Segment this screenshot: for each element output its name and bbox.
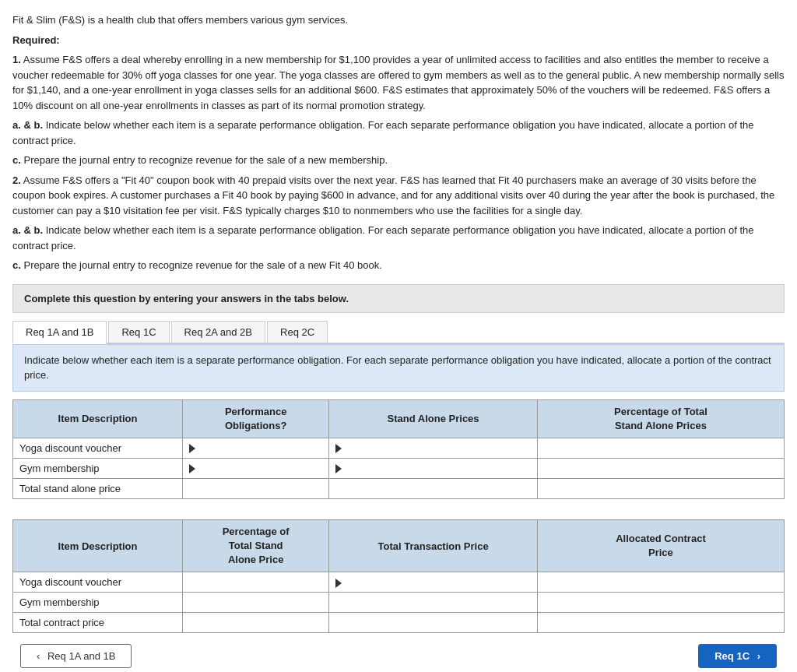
item2-text: Assume F&S offers a "Fit 40" coupon book… [12, 174, 774, 216]
table1-header-perf: PerformanceObligations? [183, 399, 329, 438]
table2: Item Description Percentage ofTotal Stan… [12, 519, 785, 634]
next-button[interactable]: Req 1C › [698, 644, 777, 668]
table1-row-gym: Gym membership [13, 458, 785, 478]
table1-header-pct: Percentage of TotalStand Alone Prices [537, 399, 784, 438]
table2-header-acp: Allocated ContractPrice [537, 519, 784, 572]
table2-acp-yoga[interactable] [537, 572, 784, 593]
table1-desc-yoga: Yoga discount voucher [13, 438, 183, 458]
table1-pct-yoga[interactable] [537, 438, 784, 458]
table2-row-yoga: Yoga discount voucher [13, 572, 785, 593]
tab-req-1a-1b[interactable]: Req 1A and 1B [12, 321, 107, 344]
c2-paragraph: c. Prepare the journal entry to recogniz… [12, 258, 785, 273]
table2-row-gym: Gym membership [13, 593, 785, 613]
c-text: Prepare the journal entry to recognize r… [23, 154, 388, 166]
table2-ttp-gym[interactable] [329, 593, 538, 613]
item1-paragraph: 1. Assume F&S offers a deal whereby enro… [12, 52, 785, 113]
complete-box: Complete this question by entering your … [12, 284, 785, 313]
required-label: Required: [12, 34, 60, 46]
table1-desc-total: Total stand alone price [13, 478, 183, 498]
c-paragraph: c. Prepare the journal entry to recogniz… [12, 153, 785, 168]
ab-paragraph: a. & b. Indicate below whether each item… [12, 118, 785, 148]
tab-bar: Req 1A and 1B Req 1C Req 2A and 2B Req 2… [12, 321, 785, 344]
triangle-icon [189, 444, 195, 453]
triangle-icon [335, 579, 342, 588]
table2-row-total: Total contract price [13, 613, 785, 633]
instruction-text: Indicate below whether each item is a se… [24, 354, 771, 382]
table2-section: Item Description Percentage ofTotal Stan… [12, 519, 785, 634]
table1-header-desc: Item Description [13, 399, 183, 438]
tab-req-1c[interactable]: Req 1C [108, 321, 169, 343]
complete-box-text: Complete this question by entering your … [24, 293, 349, 304]
table2-ttp-yoga[interactable] [329, 572, 538, 593]
table2-header-pct: Percentage ofTotal StandAlone Price [183, 519, 329, 572]
item1-label: 1. [12, 54, 21, 65]
item2-label: 2. [12, 174, 21, 186]
table1-perf-total[interactable] [183, 478, 329, 498]
table2-acp-total[interactable] [537, 613, 784, 633]
triangle-icon [189, 464, 195, 473]
tab-req-2c[interactable]: Req 2C [267, 321, 328, 343]
table2-header-desc: Item Description [13, 519, 183, 572]
table1-sap-total[interactable] [329, 478, 538, 498]
spacer [12, 510, 785, 519]
item2-paragraph: 2. Assume F&S offers a "Fit 40" coupon b… [12, 173, 785, 219]
table1-perf-yoga[interactable] [183, 438, 329, 458]
table1-sap-gym[interactable] [329, 458, 538, 478]
prev-button[interactable]: ‹ Req 1A and 1B [20, 644, 132, 668]
triangle-icon [335, 464, 342, 473]
table1-row-yoga: Yoga discount voucher [13, 438, 785, 458]
prev-button-label: Req 1A and 1B [47, 650, 115, 662]
table1-desc-gym: Gym membership [13, 458, 183, 478]
table2-pct-yoga[interactable] [183, 572, 329, 593]
table2-desc-yoga: Yoga discount voucher [13, 572, 183, 593]
table1-pct-total[interactable] [537, 478, 784, 498]
intro-section: Fit & Slim (F&S) is a health club that o… [12, 12, 785, 273]
ab2-text: Indicate below whether each item is a se… [12, 224, 753, 252]
table1-sap-yoga[interactable] [329, 438, 538, 458]
instruction-box: Indicate below whether each item is a se… [12, 344, 785, 392]
table2-ttp-total[interactable] [329, 613, 538, 633]
ab-text: Indicate below whether each item is a se… [12, 119, 753, 146]
ab-label: a. & b. [12, 119, 43, 131]
triangle-icon [335, 444, 342, 453]
table2-acp-gym[interactable] [537, 593, 784, 613]
nav-buttons: ‹ Req 1A and 1B Req 1C › [12, 644, 785, 668]
next-button-label: Req 1C [714, 650, 750, 662]
table1-section: Item Description PerformanceObligations?… [12, 399, 785, 499]
chevron-right-icon: › [757, 650, 760, 662]
table1-pct-gym[interactable] [537, 458, 784, 478]
tab-req-2a-2b[interactable]: Req 2A and 2B [171, 321, 265, 343]
table2-desc-gym: Gym membership [13, 593, 183, 613]
ab2-paragraph: a. & b. Indicate below whether each item… [12, 223, 785, 253]
opening-text: Fit & Slim (F&S) is a health club that o… [12, 12, 785, 28]
table1-header-sap: Stand Alone Prices [329, 399, 538, 438]
table1-perf-gym[interactable] [183, 458, 329, 478]
chevron-left-icon: ‹ [37, 650, 40, 662]
ab2-label: a. & b. [12, 224, 43, 236]
required-paragraph: Required: [12, 33, 785, 48]
table1: Item Description PerformanceObligations?… [12, 399, 785, 499]
table1-row-total: Total stand alone price [13, 478, 785, 498]
table2-desc-total: Total contract price [13, 613, 183, 633]
item1-text: Assume F&S offers a deal whereby enrolli… [12, 54, 784, 111]
c-label: c. [12, 154, 21, 166]
table2-pct-gym[interactable] [183, 593, 329, 613]
table2-header-ttp: Total Transaction Price [329, 519, 538, 572]
c2-text: Prepare the journal entry to recognize r… [23, 259, 381, 271]
c2-label: c. [12, 259, 21, 271]
table2-pct-total[interactable] [183, 613, 329, 633]
